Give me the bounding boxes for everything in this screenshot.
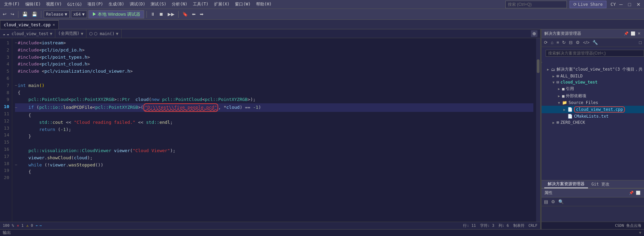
live-share-label: Live Share — [578, 2, 603, 7]
tree-project-cloud-view-test[interactable]: ▼ ⊟ cloud_view_test — [542, 79, 644, 85]
fold-btn-18[interactable]: ─ — [15, 162, 17, 168]
menu-analyze[interactable]: 分析(N) — [169, 1, 190, 8]
fold-btn-1[interactable]: ─ — [15, 40, 17, 46]
se-refresh-btn[interactable]: ↻ — [561, 39, 567, 46]
tab-cloud-view-test[interactable]: cloud_view_test.cpp ✕ — [0, 20, 59, 29]
panel-pin-btn[interactable]: 📌 — [623, 31, 629, 36]
tree-zero-check[interactable]: ▶ ⊞ ZERO_CHECK — [542, 119, 644, 126]
bookmark-btn[interactable]: 🔖 — [181, 11, 189, 17]
panel-close-btn[interactable]: ✕ — [637, 31, 641, 36]
minimize-button[interactable]: ─ — [617, 2, 625, 7]
redo-button[interactable]: ↪ — [9, 11, 16, 17]
output-arrow: ▼ — [639, 231, 641, 235]
nav-forward-btn[interactable]: → — [40, 223, 42, 228]
tab-git-changes[interactable]: Git 更改 — [588, 181, 613, 188]
menu-view[interactable]: 视图(V) — [43, 1, 65, 8]
config-dropdown[interactable]: Release ▼ — [44, 11, 70, 18]
code-editor[interactable]: ─ #include<iostream> #include<pcl/io/pcd… — [12, 38, 536, 222]
tab-close-button[interactable]: ✕ — [53, 23, 55, 27]
debug-btn-1[interactable]: ⏸ — [149, 11, 156, 17]
line-num-1: 1 — [1, 40, 9, 47]
se-code-btn[interactable]: </> — [582, 39, 590, 46]
fold-btn-10[interactable]: ─ — [15, 105, 17, 110]
menu-edit[interactable]: 编辑(E) — [23, 1, 44, 8]
bookmark-next[interactable]: ➡ — [198, 11, 205, 17]
save-button[interactable]: 💾 — [21, 11, 29, 17]
editor-scrollbar[interactable] — [536, 38, 540, 222]
tree-all-build[interactable]: ▶ ⊞ ALL_BUILD — [542, 73, 644, 79]
properties-float-btn[interactable]: ⬜ — [635, 191, 641, 195]
props-btn-2[interactable]: ⚙ — [550, 198, 556, 205]
menu-project[interactable]: 项目(P) — [85, 1, 106, 8]
maximize-button[interactable]: □ — [626, 2, 633, 7]
tree-cmake-lists[interactable]: 📄 CMakeLists.txt — [542, 113, 644, 119]
props-btn-1[interactable]: ▤ — [543, 198, 549, 205]
debug-btn-3[interactable]: ▶▶ — [166, 11, 176, 17]
fold-btn-7[interactable]: ─ — [15, 83, 17, 88]
code-line-18: ─ while (!viewer.wasStopped()) — [15, 162, 533, 169]
breadcrumb-scope[interactable]: (全局范围) ▼ — [55, 29, 86, 38]
platform-dropdown[interactable]: x64 ▼ — [71, 11, 87, 18]
menu-file[interactable]: 文件(F) — [1, 1, 23, 8]
menu-test[interactable]: 测试(S) — [148, 1, 169, 8]
se-collapse-btn[interactable]: ⊟ — [568, 39, 574, 46]
properties-title: 属性 — [544, 190, 552, 196]
all-build-icon: ⊞ — [557, 74, 559, 78]
scrollbar-thumb[interactable] — [537, 59, 540, 73]
tree-references[interactable]: ▶ ■ 引用 — [542, 85, 644, 92]
se-sync-btn[interactable]: ⟳ — [543, 39, 549, 46]
props-btn-3[interactable]: 🔍 — [557, 198, 565, 205]
line-num-13: 13 — [1, 125, 9, 132]
properties-pin-btn[interactable]: 📌 — [628, 191, 634, 195]
breadcrumb-expand-btn[interactable]: ⊕ — [531, 30, 537, 37]
bookmark-prev[interactable]: ⬅ — [191, 11, 197, 17]
ext-deps-icon: ■ — [562, 94, 564, 99]
config-arrow: ▼ — [65, 12, 67, 17]
se-home-btn[interactable]: ⌂ — [550, 39, 555, 46]
nav-back-btn[interactable]: ← — [36, 223, 38, 228]
menu-tools[interactable]: 工具(T) — [190, 1, 211, 8]
undo-button[interactable]: ↩ — [1, 11, 8, 17]
se-prop-btn[interactable]: ⚙ — [575, 39, 581, 46]
line-num-16: 16 — [1, 146, 9, 153]
breadcrumb-namespace[interactable]: ☁ ☁ cloud_view_test ▼ — [0, 29, 55, 38]
breadcrumb-ns-arrow[interactable]: ▼ — [50, 31, 52, 36]
breadcrumb-scope-arrow[interactable]: ▼ — [81, 31, 83, 36]
run-button[interactable]: ▶ 本地 Windows 调试器 — [88, 10, 144, 18]
debug-btn-2[interactable]: ⏹ — [158, 11, 165, 17]
run-label: ▶ 本地 Windows 调试器 — [92, 11, 141, 17]
close-button[interactable]: ✕ — [634, 2, 643, 7]
breadcrumb-fn-arrow[interactable]: ▼ — [116, 31, 118, 36]
se-settings-btn[interactable]: 🔧 — [591, 39, 599, 46]
search-box[interactable] — [505, 1, 567, 8]
code-line-17: viewer.showCloud(cloud); — [15, 154, 533, 162]
cmake-file-icon: 📄 — [568, 114, 573, 119]
line-num-5: 5 — [1, 68, 9, 75]
tree-file-cloud-view-test-cpp[interactable]: ▶ 📄 cloud_view_test.cpp — [542, 106, 644, 113]
menu-extensions[interactable]: 扩展(X) — [211, 1, 233, 8]
solution-search-input[interactable] — [546, 50, 644, 57]
live-share-button[interactable]: ⟳ Live Share — [570, 1, 606, 8]
se-filter-btn[interactable]: ≡ — [556, 39, 560, 46]
panel-float-btn[interactable]: ⬜ — [630, 31, 636, 36]
tree-external-deps[interactable]: ▶ ■ 外部依赖项 — [542, 92, 644, 100]
user-avatar[interactable]: CY — [609, 2, 617, 7]
menu-debug[interactable]: 调试(D) — [127, 1, 148, 8]
menu-help[interactable]: 帮助(H) — [253, 1, 275, 8]
menu-bar: 文件(F) 编辑(E) 视图(V) Git(G) 项目(P) 生成(B) 调试(… — [0, 0, 644, 9]
references-icon: ■ — [562, 87, 564, 91]
code-line-15 — [15, 140, 533, 147]
se-maximize-btn[interactable]: □ — [638, 39, 643, 46]
tab-solution-explorer[interactable]: 解决方案资源管理器 — [544, 180, 588, 188]
menu-window[interactable]: 窗口(W) — [232, 1, 253, 8]
menu-build[interactable]: 生成(B) — [106, 1, 127, 8]
breadcrumb-bar: ☁ ☁ cloud_view_test ▼ (全局范围) ▼ ⬡ ⬡ main(… — [0, 29, 540, 38]
menu-git[interactable]: Git(G) — [65, 1, 85, 8]
solution-search-btn[interactable]: 🔍 — [542, 58, 543, 63]
line-num-10: 10 — [1, 103, 9, 110]
tree-root[interactable]: ▶ 🗂 解决方案"cloud_view_test"(3 个项目，共 3 个) — [542, 66, 644, 73]
breadcrumb-function[interactable]: ⬡ ⬡ main() ▼ — [86, 29, 122, 38]
tree-source-files[interactable]: ▼ 📁 Source Files — [542, 100, 644, 106]
save-all-button[interactable]: 💾 — [30, 11, 39, 17]
tab-bar: cloud_view_test.cpp ✕ — [0, 20, 644, 29]
